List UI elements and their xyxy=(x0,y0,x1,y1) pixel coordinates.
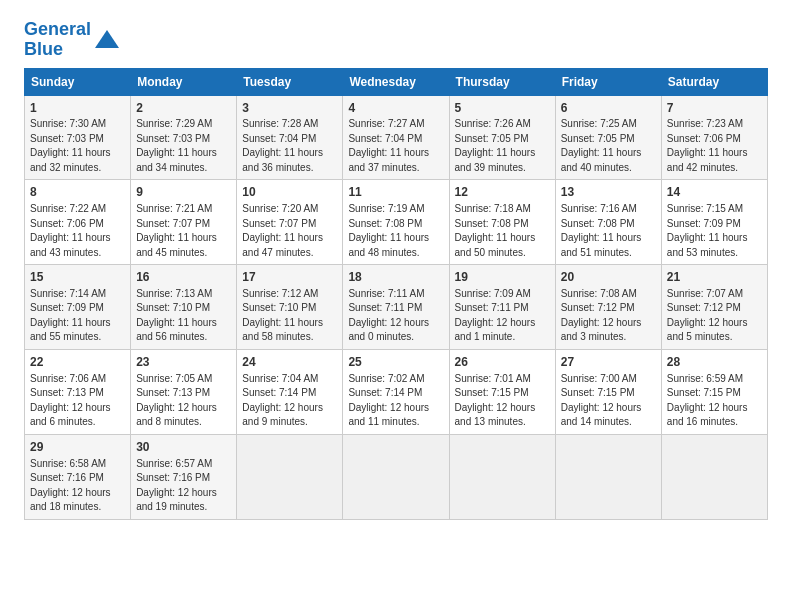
day-info: Sunrise: 7:29 AM Sunset: 7:03 PM Dayligh… xyxy=(136,117,231,175)
calendar-cell xyxy=(661,434,767,519)
logo-text-blue: Blue xyxy=(24,40,91,60)
day-number: 3 xyxy=(242,100,337,117)
calendar-cell: 20Sunrise: 7:08 AM Sunset: 7:12 PM Dayli… xyxy=(555,265,661,350)
calendar-cell: 29Sunrise: 6:58 AM Sunset: 7:16 PM Dayli… xyxy=(25,434,131,519)
logo-text: General xyxy=(24,20,91,40)
calendar-cell xyxy=(449,434,555,519)
day-number: 4 xyxy=(348,100,443,117)
logo-icon xyxy=(93,26,121,54)
calendar-cell: 10Sunrise: 7:20 AM Sunset: 7:07 PM Dayli… xyxy=(237,180,343,265)
day-info: Sunrise: 7:00 AM Sunset: 7:15 PM Dayligh… xyxy=(561,372,656,430)
calendar-cell: 22Sunrise: 7:06 AM Sunset: 7:13 PM Dayli… xyxy=(25,349,131,434)
calendar-cell: 4Sunrise: 7:27 AM Sunset: 7:04 PM Daylig… xyxy=(343,95,449,180)
calendar-cell xyxy=(343,434,449,519)
day-info: Sunrise: 7:28 AM Sunset: 7:04 PM Dayligh… xyxy=(242,117,337,175)
day-number: 2 xyxy=(136,100,231,117)
day-info: Sunrise: 7:30 AM Sunset: 7:03 PM Dayligh… xyxy=(30,117,125,175)
day-number: 11 xyxy=(348,184,443,201)
day-number: 14 xyxy=(667,184,762,201)
day-info: Sunrise: 7:22 AM Sunset: 7:06 PM Dayligh… xyxy=(30,202,125,260)
day-number: 12 xyxy=(455,184,550,201)
day-number: 23 xyxy=(136,354,231,371)
weekday-header-thursday: Thursday xyxy=(449,68,555,95)
day-number: 9 xyxy=(136,184,231,201)
day-number: 5 xyxy=(455,100,550,117)
day-info: Sunrise: 7:18 AM Sunset: 7:08 PM Dayligh… xyxy=(455,202,550,260)
day-number: 30 xyxy=(136,439,231,456)
day-number: 13 xyxy=(561,184,656,201)
day-info: Sunrise: 7:14 AM Sunset: 7:09 PM Dayligh… xyxy=(30,287,125,345)
day-number: 21 xyxy=(667,269,762,286)
logo: General Blue xyxy=(24,20,121,60)
calendar-week-row: 8Sunrise: 7:22 AM Sunset: 7:06 PM Daylig… xyxy=(25,180,768,265)
day-number: 7 xyxy=(667,100,762,117)
day-info: Sunrise: 7:05 AM Sunset: 7:13 PM Dayligh… xyxy=(136,372,231,430)
calendar-cell: 7Sunrise: 7:23 AM Sunset: 7:06 PM Daylig… xyxy=(661,95,767,180)
day-number: 18 xyxy=(348,269,443,286)
day-number: 8 xyxy=(30,184,125,201)
calendar-cell: 26Sunrise: 7:01 AM Sunset: 7:15 PM Dayli… xyxy=(449,349,555,434)
day-info: Sunrise: 6:57 AM Sunset: 7:16 PM Dayligh… xyxy=(136,457,231,515)
weekday-header-tuesday: Tuesday xyxy=(237,68,343,95)
calendar-cell: 28Sunrise: 6:59 AM Sunset: 7:15 PM Dayli… xyxy=(661,349,767,434)
day-info: Sunrise: 7:20 AM Sunset: 7:07 PM Dayligh… xyxy=(242,202,337,260)
weekday-header-row: SundayMondayTuesdayWednesdayThursdayFrid… xyxy=(25,68,768,95)
weekday-header-monday: Monday xyxy=(131,68,237,95)
day-info: Sunrise: 7:01 AM Sunset: 7:15 PM Dayligh… xyxy=(455,372,550,430)
weekday-header-friday: Friday xyxy=(555,68,661,95)
calendar-cell: 12Sunrise: 7:18 AM Sunset: 7:08 PM Dayli… xyxy=(449,180,555,265)
day-info: Sunrise: 7:25 AM Sunset: 7:05 PM Dayligh… xyxy=(561,117,656,175)
calendar-cell: 3Sunrise: 7:28 AM Sunset: 7:04 PM Daylig… xyxy=(237,95,343,180)
day-info: Sunrise: 7:23 AM Sunset: 7:06 PM Dayligh… xyxy=(667,117,762,175)
day-number: 10 xyxy=(242,184,337,201)
day-info: Sunrise: 7:04 AM Sunset: 7:14 PM Dayligh… xyxy=(242,372,337,430)
calendar-cell: 9Sunrise: 7:21 AM Sunset: 7:07 PM Daylig… xyxy=(131,180,237,265)
day-info: Sunrise: 7:09 AM Sunset: 7:11 PM Dayligh… xyxy=(455,287,550,345)
day-info: Sunrise: 7:15 AM Sunset: 7:09 PM Dayligh… xyxy=(667,202,762,260)
day-number: 28 xyxy=(667,354,762,371)
calendar-cell: 30Sunrise: 6:57 AM Sunset: 7:16 PM Dayli… xyxy=(131,434,237,519)
calendar-cell: 1Sunrise: 7:30 AM Sunset: 7:03 PM Daylig… xyxy=(25,95,131,180)
day-info: Sunrise: 7:06 AM Sunset: 7:13 PM Dayligh… xyxy=(30,372,125,430)
weekday-header-wednesday: Wednesday xyxy=(343,68,449,95)
day-info: Sunrise: 7:13 AM Sunset: 7:10 PM Dayligh… xyxy=(136,287,231,345)
calendar-cell xyxy=(555,434,661,519)
header: General Blue xyxy=(24,20,768,60)
calendar-body: 1Sunrise: 7:30 AM Sunset: 7:03 PM Daylig… xyxy=(25,95,768,519)
calendar-cell: 23Sunrise: 7:05 AM Sunset: 7:13 PM Dayli… xyxy=(131,349,237,434)
calendar-week-row: 22Sunrise: 7:06 AM Sunset: 7:13 PM Dayli… xyxy=(25,349,768,434)
weekday-header-saturday: Saturday xyxy=(661,68,767,95)
calendar-cell: 2Sunrise: 7:29 AM Sunset: 7:03 PM Daylig… xyxy=(131,95,237,180)
calendar-cell: 11Sunrise: 7:19 AM Sunset: 7:08 PM Dayli… xyxy=(343,180,449,265)
day-info: Sunrise: 7:19 AM Sunset: 7:08 PM Dayligh… xyxy=(348,202,443,260)
day-number: 6 xyxy=(561,100,656,117)
day-info: Sunrise: 7:16 AM Sunset: 7:08 PM Dayligh… xyxy=(561,202,656,260)
calendar-cell: 24Sunrise: 7:04 AM Sunset: 7:14 PM Dayli… xyxy=(237,349,343,434)
day-info: Sunrise: 7:26 AM Sunset: 7:05 PM Dayligh… xyxy=(455,117,550,175)
day-info: Sunrise: 6:59 AM Sunset: 7:15 PM Dayligh… xyxy=(667,372,762,430)
calendar-cell: 18Sunrise: 7:11 AM Sunset: 7:11 PM Dayli… xyxy=(343,265,449,350)
calendar-cell: 17Sunrise: 7:12 AM Sunset: 7:10 PM Dayli… xyxy=(237,265,343,350)
day-info: Sunrise: 7:12 AM Sunset: 7:10 PM Dayligh… xyxy=(242,287,337,345)
day-info: Sunrise: 7:27 AM Sunset: 7:04 PM Dayligh… xyxy=(348,117,443,175)
calendar-cell xyxy=(237,434,343,519)
calendar-cell: 25Sunrise: 7:02 AM Sunset: 7:14 PM Dayli… xyxy=(343,349,449,434)
day-number: 29 xyxy=(30,439,125,456)
day-number: 24 xyxy=(242,354,337,371)
day-number: 16 xyxy=(136,269,231,286)
day-info: Sunrise: 7:08 AM Sunset: 7:12 PM Dayligh… xyxy=(561,287,656,345)
calendar-cell: 13Sunrise: 7:16 AM Sunset: 7:08 PM Dayli… xyxy=(555,180,661,265)
calendar-week-row: 29Sunrise: 6:58 AM Sunset: 7:16 PM Dayli… xyxy=(25,434,768,519)
day-number: 15 xyxy=(30,269,125,286)
weekday-header-sunday: Sunday xyxy=(25,68,131,95)
day-info: Sunrise: 7:11 AM Sunset: 7:11 PM Dayligh… xyxy=(348,287,443,345)
calendar-cell: 8Sunrise: 7:22 AM Sunset: 7:06 PM Daylig… xyxy=(25,180,131,265)
calendar-week-row: 1Sunrise: 7:30 AM Sunset: 7:03 PM Daylig… xyxy=(25,95,768,180)
day-number: 20 xyxy=(561,269,656,286)
day-number: 17 xyxy=(242,269,337,286)
calendar-cell: 5Sunrise: 7:26 AM Sunset: 7:05 PM Daylig… xyxy=(449,95,555,180)
day-info: Sunrise: 6:58 AM Sunset: 7:16 PM Dayligh… xyxy=(30,457,125,515)
day-number: 1 xyxy=(30,100,125,117)
day-number: 22 xyxy=(30,354,125,371)
day-info: Sunrise: 7:21 AM Sunset: 7:07 PM Dayligh… xyxy=(136,202,231,260)
